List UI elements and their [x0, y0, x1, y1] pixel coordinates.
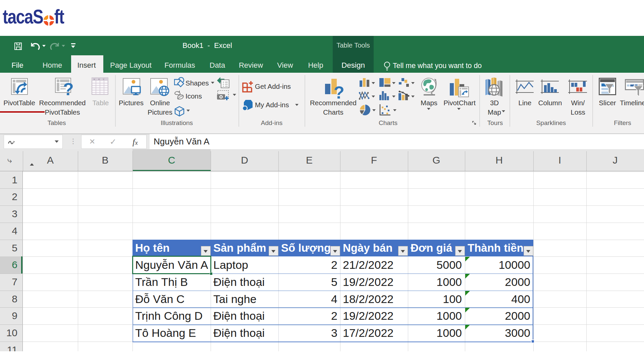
svg-text:?: ?: [63, 79, 74, 97]
svg-text:?: ?: [334, 83, 344, 99]
